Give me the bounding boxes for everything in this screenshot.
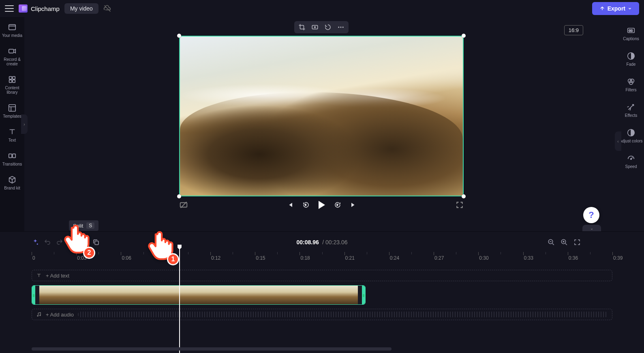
pip-icon[interactable] — [324, 24, 332, 31]
svg-text:5: 5 — [336, 204, 338, 206]
svg-point-33 — [37, 315, 38, 316]
svg-rect-3 — [9, 77, 12, 79]
captions-icon: CC — [627, 26, 635, 35]
sidebar-templates[interactable]: Templates — [0, 102, 24, 120]
right-sidebar: CC Captions Fade Filters Effects Adjust … — [618, 17, 644, 231]
svg-point-13 — [340, 27, 341, 28]
right-captions[interactable]: CC Captions — [618, 24, 644, 43]
canvas-area: 5 5 16:9 — [24, 17, 618, 231]
sidebar-text[interactable]: Text — [0, 126, 24, 144]
adjust-colors-icon — [627, 128, 635, 137]
fade-icon — [627, 52, 635, 60]
filters-icon — [627, 77, 635, 86]
right-effects[interactable]: Effects — [618, 101, 644, 119]
audio-track-icon — [36, 312, 42, 317]
split-button[interactable] — [68, 239, 75, 246]
resize-handle-bl[interactable] — [177, 194, 181, 198]
resize-handle-tr[interactable] — [462, 34, 466, 38]
right-adjust-colors[interactable]: Adjust colors — [618, 127, 644, 145]
magic-icon[interactable] — [32, 239, 39, 246]
brand-kit-icon — [8, 175, 17, 184]
scrollbar-thumb[interactable] — [32, 347, 392, 351]
timeline-ruler[interactable]: 00:030:060:090:120:150:180:210:240:270:3… — [32, 250, 612, 262]
forward-icon[interactable]: 5 — [334, 201, 341, 209]
resize-handle-tl[interactable] — [177, 34, 181, 38]
crop-icon[interactable] — [298, 24, 306, 31]
redo-icon[interactable] — [56, 239, 63, 246]
right-filters[interactable]: Filters — [618, 75, 644, 94]
effects-icon — [627, 103, 635, 112]
app-name: Clipchamp — [31, 5, 60, 12]
svg-rect-5 — [9, 80, 12, 82]
duplicate-icon[interactable] — [92, 239, 100, 246]
svg-point-26 — [631, 158, 632, 159]
rewind-icon[interactable]: 5 — [302, 201, 310, 209]
tooltip-key: S — [86, 222, 94, 229]
zoom-fit-icon[interactable] — [573, 239, 581, 246]
sidebar-brand-kit[interactable]: Brand kit — [0, 174, 24, 192]
timeline-collapse[interactable]: ⌄ — [582, 225, 601, 231]
fit-icon[interactable] — [311, 24, 319, 31]
timeline-scrollbar[interactable] — [32, 347, 612, 351]
sidebar-record-create[interactable]: Record & create — [0, 45, 24, 68]
clip-handle-left[interactable]: || — [32, 286, 35, 304]
right-fade[interactable]: Fade — [618, 50, 644, 68]
svg-rect-1 — [9, 25, 16, 30]
transitions-icon — [8, 151, 17, 160]
svg-rect-6 — [13, 80, 15, 82]
clip-handle-right[interactable]: || — [362, 286, 365, 304]
resize-handle-br[interactable] — [462, 194, 466, 198]
hide-icon[interactable] — [179, 200, 188, 209]
canvas-toolbar — [294, 21, 349, 33]
skip-forward-icon[interactable] — [350, 201, 357, 209]
video-track-clip[interactable]: || || — [32, 285, 366, 305]
library-icon — [8, 75, 17, 84]
delete-icon[interactable] — [80, 239, 88, 246]
svg-rect-2 — [9, 49, 14, 53]
export-button[interactable]: Export — [592, 2, 639, 15]
zoom-out-icon[interactable] — [548, 239, 555, 246]
svg-point-27 — [37, 243, 38, 245]
svg-point-28 — [70, 241, 71, 242]
svg-rect-8 — [9, 154, 12, 157]
skip-back-icon[interactable] — [286, 201, 293, 209]
svg-point-12 — [338, 27, 339, 28]
audio-track[interactable]: + Add audio — [32, 309, 612, 320]
svg-rect-7 — [9, 105, 16, 112]
svg-point-14 — [342, 27, 343, 28]
sidebar-content-library[interactable]: Content library — [0, 73, 24, 96]
svg-rect-9 — [13, 154, 15, 157]
text-icon — [8, 127, 17, 136]
split-tooltip: Split S — [69, 220, 98, 231]
media-icon — [8, 23, 17, 32]
sidebar-transitions[interactable]: Transitions — [0, 150, 24, 168]
text-track[interactable]: + Add text — [32, 270, 612, 281]
right-speed[interactable]: Speed — [618, 152, 644, 170]
svg-text:CC: CC — [629, 29, 633, 32]
clipchamp-logo-icon — [19, 4, 28, 13]
timeline-zoom — [548, 239, 581, 246]
timeline-time: 00:08.96 / 00:23.06 — [297, 239, 348, 245]
undo-icon[interactable] — [44, 239, 51, 246]
svg-text:5: 5 — [305, 204, 306, 206]
play-button[interactable] — [319, 201, 325, 209]
zoom-in-icon[interactable] — [561, 239, 568, 246]
menu-hamburger[interactable] — [5, 5, 14, 12]
chevron-down-icon — [628, 6, 632, 11]
svg-rect-10 — [312, 26, 318, 29]
project-title[interactable]: My video — [64, 3, 98, 14]
audio-track-hint: + Add audio — [46, 312, 74, 318]
more-icon[interactable] — [337, 24, 344, 31]
right-sidebar-collapse[interactable]: ‹ — [615, 131, 621, 151]
tooltip-label: Split — [73, 223, 83, 229]
help-button[interactable]: ? — [583, 207, 599, 223]
aspect-ratio-badge[interactable]: 16:9 — [564, 25, 583, 35]
svg-line-0 — [104, 6, 110, 12]
svg-rect-4 — [13, 77, 15, 79]
cloud-off-icon[interactable] — [103, 4, 111, 13]
sidebar-your-media[interactable]: Your media — [0, 21, 24, 39]
fullscreen-icon[interactable] — [456, 201, 464, 209]
playhead[interactable] — [179, 246, 180, 353]
app-brand: Clipchamp — [19, 4, 60, 13]
preview-canvas[interactable] — [179, 36, 464, 196]
